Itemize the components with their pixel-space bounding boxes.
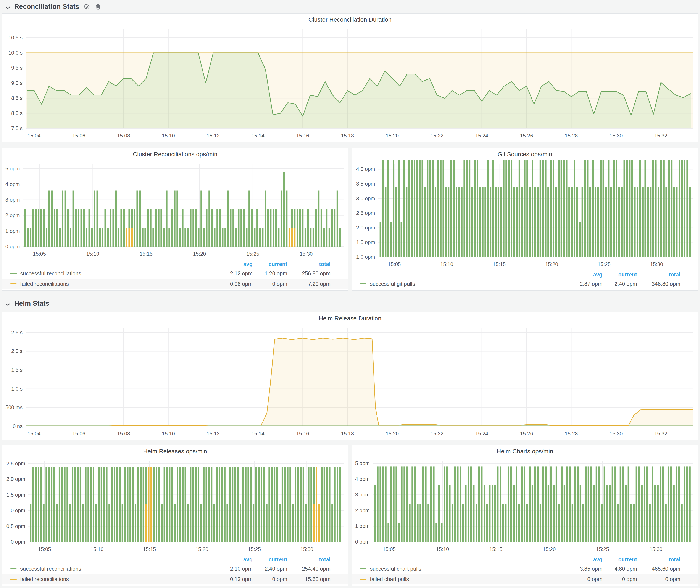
panel-title[interactable]: Helm Releases ops/min — [2, 445, 348, 457]
bar-success — [87, 467, 89, 542]
chart-canvas[interactable]: 15:0515:1015:1515:2015:2515:300 opm1 opm… — [352, 457, 698, 555]
bar-success — [524, 160, 526, 257]
legend-header-total[interactable]: total — [287, 556, 331, 563]
legend-header-total[interactable]: total — [287, 261, 331, 267]
legend-header-avg[interactable]: avg — [568, 271, 602, 278]
y-tick-label: 0.5 opm — [6, 523, 25, 529]
bar-success — [408, 160, 410, 257]
bar-success — [563, 160, 565, 257]
bar-success — [315, 209, 317, 247]
trash-icon[interactable] — [94, 3, 102, 10]
panel-title[interactable]: Cluster Reconciliation Duration — [2, 14, 698, 26]
section-header-reconciliation-stats[interactable]: Reconciliation Stats — [2, 0, 698, 13]
bar-success — [187, 504, 189, 542]
bar-success — [668, 160, 670, 257]
gear-icon[interactable] — [83, 3, 90, 10]
bar-success — [139, 191, 141, 247]
bar-success — [561, 160, 562, 257]
legend-value-avg: 0.13 opm — [218, 576, 253, 582]
bar-success — [168, 228, 170, 247]
bar-success — [558, 160, 560, 257]
bar-success — [337, 467, 338, 542]
legend-header-total[interactable]: total — [637, 556, 680, 563]
bar-success — [107, 228, 109, 247]
panel-title[interactable]: Git Sources ops/min — [352, 148, 698, 160]
bar-success — [284, 467, 286, 542]
bar-success — [572, 504, 573, 542]
bar-success — [234, 467, 236, 542]
legend-series-toggle[interactable]: failed chart pulls — [360, 576, 568, 582]
legend-header-row: avgcurrenttotal — [352, 270, 698, 279]
bar-success — [166, 467, 168, 542]
bar-success — [385, 466, 387, 542]
bar-success — [613, 160, 615, 257]
bar-success — [561, 466, 563, 542]
legend-series-toggle[interactable]: successful reconciliations — [10, 566, 218, 572]
chart-canvas[interactable]: 15:0415:0615:0815:1015:1215:1415:1615:18… — [2, 26, 698, 142]
chart-canvas[interactable]: 15:0515:1015:1515:2015:2515:301.0 opm1.5… — [352, 160, 698, 270]
chart-canvas[interactable]: 15:0415:0615:0815:1015:1215:1415:1615:18… — [2, 325, 698, 440]
bar-success — [313, 467, 315, 504]
legend-series-toggle[interactable]: successful reconciliations — [10, 270, 218, 277]
bar-success — [182, 467, 184, 542]
legend-value-avg: 0 opm — [568, 576, 602, 582]
legend-header-avg[interactable]: avg — [568, 556, 602, 563]
bar-success — [232, 209, 234, 247]
bar-success — [200, 504, 202, 542]
legend-series-toggle[interactable]: failed reconciliations — [10, 281, 218, 287]
legend-header-current[interactable]: current — [253, 261, 287, 267]
y-tick-label: 1.5 opm — [6, 492, 25, 498]
legend-header-avg[interactable]: avg — [218, 556, 253, 563]
x-tick-label: 15:15 — [140, 251, 153, 257]
bar-success — [171, 467, 173, 542]
bar-success — [74, 467, 76, 542]
legend-header-current[interactable]: current — [602, 556, 637, 563]
bar-success — [30, 504, 32, 542]
bar-success — [393, 160, 394, 257]
bar-success — [266, 504, 268, 542]
y-tick-label: 9.5 s — [11, 65, 23, 71]
y-tick-label: 7.5 s — [11, 125, 23, 131]
x-tick-label: 15:10 — [162, 431, 175, 436]
legend-header-current[interactable]: current — [253, 556, 287, 563]
panel-title[interactable]: Helm Charts ops/min — [352, 445, 698, 457]
bar-success — [596, 466, 597, 542]
panel-row: Cluster Reconciliations ops/min 15:0515:… — [2, 148, 698, 291]
legend-series-toggle[interactable]: failed reconciliations — [10, 576, 218, 582]
chart-canvas[interactable]: 15:0515:1015:1515:2015:2515:300 opm1 opm… — [2, 160, 348, 260]
bar-success — [445, 187, 447, 257]
bar-success — [492, 160, 494, 257]
legend-header-avg[interactable]: avg — [218, 261, 253, 267]
bar-success — [529, 466, 531, 542]
bar-success — [115, 191, 117, 247]
chart-canvas[interactable]: 15:0515:1015:1515:2015:2515:300 opm0.5 o… — [2, 457, 348, 555]
bar-success — [417, 504, 419, 542]
panel-title[interactable]: Cluster Reconciliations ops/min — [2, 148, 348, 160]
bar-success — [248, 191, 250, 247]
bar-success — [206, 209, 208, 247]
bar-success — [295, 467, 296, 542]
legend-value-avg: 3.85 opm — [568, 566, 602, 572]
legend-series-toggle[interactable]: successful chart pulls — [360, 566, 568, 572]
bar-success — [598, 466, 600, 542]
panel-title[interactable]: Helm Release Duration — [2, 312, 698, 325]
bar-success — [128, 209, 130, 228]
bar-success — [72, 467, 74, 542]
legend-series-toggle[interactable]: successful git pulls — [360, 281, 568, 287]
bar-success — [569, 466, 571, 542]
bar-success — [665, 187, 667, 257]
bar-success — [380, 222, 381, 257]
legend-value-avg: 2.87 opm — [568, 281, 602, 287]
bar-success — [91, 228, 93, 247]
bar-success — [254, 228, 256, 247]
x-tick-label: 15:05 — [388, 261, 401, 267]
y-tick-label: 8.5 s — [11, 95, 23, 101]
legend-header-total[interactable]: total — [637, 271, 680, 278]
bar-success — [259, 228, 261, 247]
bar-success — [422, 160, 423, 257]
bar-success — [297, 467, 299, 542]
bar-success — [35, 209, 37, 247]
legend-header-current[interactable]: current — [602, 271, 637, 278]
section-header-helm-stats[interactable]: Helm Stats — [2, 298, 698, 309]
bar-success — [566, 160, 568, 257]
